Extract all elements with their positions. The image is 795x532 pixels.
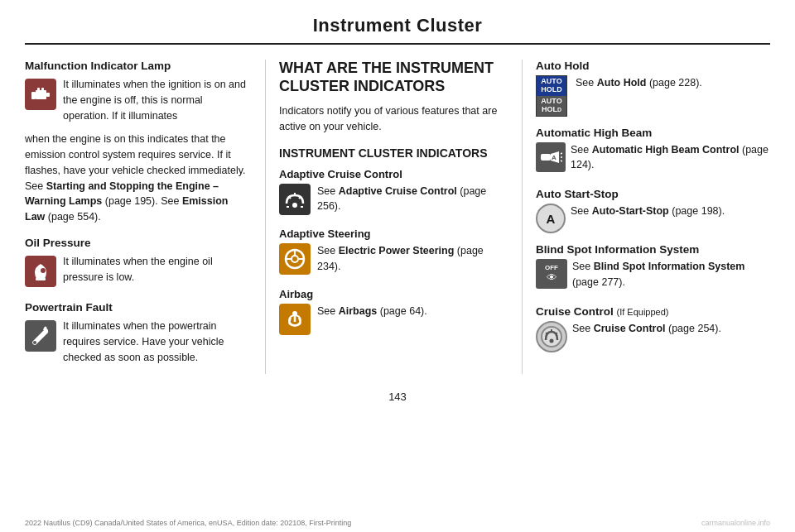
cruise-control-section: Cruise Control (If Equipped) See Cruise … xyxy=(536,305,770,352)
middle-column: WHAT ARE THE INSTRUMENT CLUSTER INDICATO… xyxy=(265,60,522,374)
blindspot-icon: OFF 👁 xyxy=(536,259,567,289)
airbag-label: Airbag xyxy=(279,288,508,300)
footer-watermark: carmanualonline.info xyxy=(701,519,770,527)
oil-icon xyxy=(25,256,56,287)
oil-row: It illuminates when the engine oil press… xyxy=(25,254,250,290)
section-oil-heading: Oil Pressure xyxy=(25,237,250,249)
page-title: Instrument Cluster xyxy=(0,0,795,43)
auto-startstop-heading: Auto Start-Stop xyxy=(536,188,770,200)
auto-hold-heading: Auto Hold xyxy=(536,60,770,72)
main-heading: WHAT ARE THE INSTRUMENT CLUSTER INDICATO… xyxy=(279,60,508,95)
right-column: Auto Hold AUTOHOLD AUTOHOLD See Auto Hol… xyxy=(522,60,770,374)
svg-rect-2 xyxy=(46,93,50,97)
blindspot-text: See Blind Spot Information System (page … xyxy=(572,259,770,290)
svg-text:A: A xyxy=(552,154,556,161)
svg-point-8 xyxy=(33,341,36,344)
airbag-row: See Airbags (page 64). xyxy=(279,304,508,335)
section-powertrain-heading: Powertrain Fault xyxy=(25,301,250,314)
malfunction-text: It illuminates when the ignition is on a… xyxy=(63,77,250,123)
blindspot-row: OFF 👁 See Blind Spot Information System … xyxy=(536,259,770,295)
cruise-control-heading: Cruise Control (If Equipped) xyxy=(536,305,770,318)
auto-hold-section: Auto Hold AUTOHOLD AUTOHOLD See Auto Hol… xyxy=(536,60,770,117)
adaptive-cruise-row: See Adaptive Cruise Control (page 256). xyxy=(279,184,508,220)
auto-hold-icon: AUTOHOLD AUTOHOLD xyxy=(536,75,567,117)
svg-rect-5 xyxy=(31,93,34,95)
footer-legal: 2022 Nautilus (CD9) Canada/United States… xyxy=(25,519,351,527)
autostop-icon: A xyxy=(536,204,566,233)
svg-point-7 xyxy=(41,268,46,273)
svg-point-10 xyxy=(292,203,297,208)
adaptive-steering-label: Adaptive Steering xyxy=(279,228,508,240)
section-malfunction-heading: Malfunction Indicator Lamp xyxy=(25,60,250,72)
auto-highbeam-row: A See Automatic High Beam Control (page … xyxy=(536,142,770,179)
page-number: 143 xyxy=(0,391,795,403)
auto-startstop-section: Auto Start-Stop A See Auto-Start-Stop (p… xyxy=(536,188,770,233)
engine-icon xyxy=(25,79,56,110)
svg-rect-4 xyxy=(41,88,44,91)
cruise-control-icon xyxy=(536,321,567,352)
auto-highbeam-heading: Automatic High Beam xyxy=(536,127,770,139)
adaptive-cruise-text: See Adaptive Cruise Control (page 256). xyxy=(317,184,508,215)
svg-rect-20 xyxy=(541,154,551,161)
adaptive-steering-text: See Electric Power Steering (page 234). xyxy=(317,243,508,275)
auto-hold-row: AUTOHOLD AUTOHOLD See Auto Hold (page 22… xyxy=(536,75,770,117)
intro-text: Indicators notify you of various feature… xyxy=(279,103,508,135)
svg-rect-0 xyxy=(31,92,36,99)
blindspot-heading: Blind Spot Information System xyxy=(536,243,770,256)
autostop-text: See Auto-Start-Stop (page 198). xyxy=(571,204,725,219)
svg-line-23 xyxy=(561,161,562,161)
svg-rect-3 xyxy=(37,88,40,91)
cruise-control-text: See Cruise Control (page 254). xyxy=(572,321,721,337)
svg-point-13 xyxy=(292,256,298,262)
airbag-text: See Airbags (page 64). xyxy=(317,304,427,319)
svg-rect-6 xyxy=(36,278,46,280)
powertrain-text: It illuminates when the powertrain requi… xyxy=(63,319,250,365)
adaptive-cruise-icon xyxy=(279,184,311,215)
malfunction-text-cont: when the engine is on this indicates tha… xyxy=(25,132,250,225)
adaptive-cruise-label: Adaptive Cruise Control xyxy=(279,168,508,180)
adaptive-steering-row: ! See Electric Power Steering (page 234)… xyxy=(279,243,508,280)
powertrain-row: It illuminates when the powertrain requi… xyxy=(25,319,250,370)
svg-point-26 xyxy=(550,338,554,343)
blindspot-section: Blind Spot Information System OFF 👁 See … xyxy=(536,243,770,295)
adaptive-steering-icon: ! xyxy=(279,243,311,275)
cluster-subheading: INSTRUMENT CLUSTER INDICATORS xyxy=(279,146,508,160)
cruise-control-row: See Cruise Control (page 254). xyxy=(536,321,770,352)
malfunction-row: It illuminates when the ignition is on a… xyxy=(25,77,250,128)
svg-text:!: ! xyxy=(293,248,296,256)
auto-hold-text: See Auto Hold (page 228). xyxy=(576,75,702,91)
svg-rect-1 xyxy=(36,90,46,99)
airbag-icon xyxy=(279,304,311,335)
left-column: Malfunction Indicator Lamp It illuminate… xyxy=(25,60,265,374)
highbeam-icon: A xyxy=(536,142,566,172)
highbeam-text: See Automatic High Beam Control (page 12… xyxy=(571,142,770,174)
wrench-icon xyxy=(25,320,56,352)
oil-text: It illuminates when the engine oil press… xyxy=(63,254,250,285)
svg-line-21 xyxy=(561,153,562,154)
auto-startstop-row: A See Auto-Start-Stop (page 198). xyxy=(536,204,770,233)
auto-highbeam-section: Automatic High Beam A See Automatic High… xyxy=(536,127,770,179)
